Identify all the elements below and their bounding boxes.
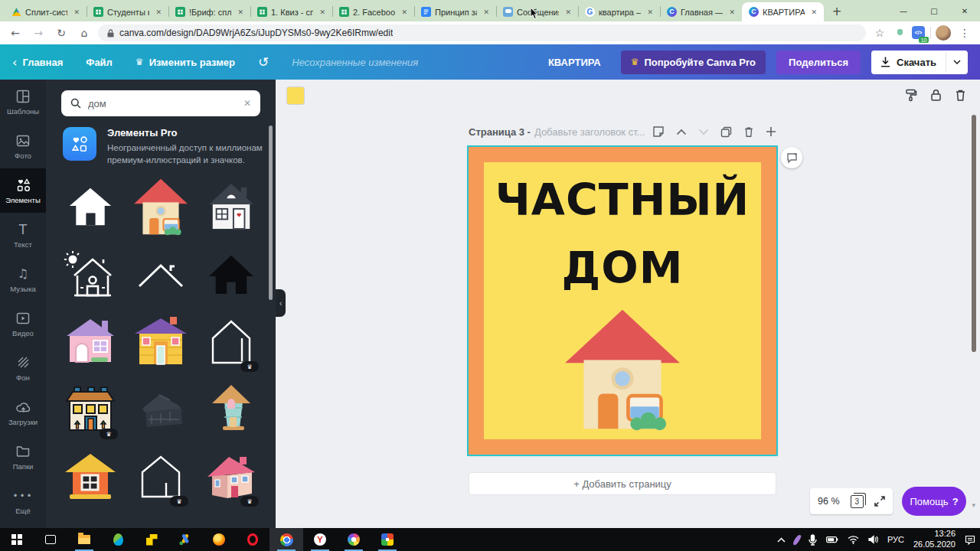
reload-icon[interactable]: ↻ (52, 24, 70, 42)
elements-pro-card[interactable]: Элементы Pro Неограниченный доступ к мил… (63, 127, 265, 166)
zoom-value[interactable]: 96 % (818, 496, 840, 507)
window-close-button[interactable]: ✕ (949, 0, 980, 21)
extension-icon-2[interactable]: </> 10 (912, 26, 926, 40)
page-title-placeholder[interactable]: Добавьте заголовок ст... (534, 126, 645, 138)
scrollbar-down-arrow[interactable]: ▾ (972, 501, 975, 509)
search-input[interactable] (88, 98, 237, 109)
sidebar-item-music[interactable]: ♫ Музыка (0, 257, 46, 302)
search-box[interactable]: ✕ (61, 90, 260, 116)
microphone-icon[interactable] (808, 534, 817, 546)
home-icon[interactable]: ⌂ (75, 24, 93, 42)
duplicate-page-icon[interactable] (720, 126, 732, 138)
element-house-outline-simple[interactable]: ♛ (129, 445, 193, 507)
extension-icon-1[interactable] (893, 26, 907, 40)
page-count-badge[interactable]: 3 (851, 495, 864, 508)
task-view-button[interactable] (34, 528, 67, 551)
volume-icon[interactable] (868, 535, 878, 544)
element-house-orange-yellow-roof[interactable] (58, 445, 122, 507)
element-house-pink-isometric[interactable]: ♛ (199, 445, 263, 507)
chrome-button[interactable] (270, 528, 303, 551)
profile-avatar[interactable] (936, 25, 951, 41)
tab-close-icon[interactable]: ✕ (481, 8, 492, 17)
forward-icon[interactable]: → (29, 24, 47, 42)
tab-close-icon[interactable]: ✕ (153, 8, 164, 17)
notification-center-icon[interactable] (965, 535, 975, 545)
trash-icon[interactable] (955, 89, 966, 102)
browser-tab-google-search[interactable]: G квартира – ✕ (578, 2, 660, 21)
sidebar-item-uploads[interactable]: Загрузки (0, 390, 46, 435)
tab-close-icon[interactable]: ✕ (645, 8, 655, 17)
add-comment-button[interactable] (781, 147, 802, 168)
add-page-icon[interactable] (766, 126, 776, 137)
add-page-button[interactable]: + Добавить страницу (469, 472, 776, 495)
element-treehouse-pastel[interactable] (199, 378, 263, 439)
share-button[interactable]: Поделиться (776, 51, 861, 74)
url-bar[interactable]: canva.com/design/DAD9WrjA6Zs/iJupDYSMs0-… (98, 24, 866, 41)
taskbar-clock[interactable]: 13:26 26.05.2020 (913, 529, 956, 550)
sidebar-item-more[interactable]: ••• Ещё (0, 479, 46, 523)
wifi-icon[interactable] (848, 536, 859, 544)
sidebar-item-background[interactable]: Фон (0, 346, 46, 390)
undo-button[interactable]: ↺ (258, 54, 269, 70)
keyboard-language[interactable]: РУС (887, 535, 904, 544)
window-maximize-button[interactable]: □ (919, 0, 949, 21)
tray-expand-chevron-icon[interactable] (777, 537, 786, 543)
yandex-browser-button[interactable]: Y (303, 528, 337, 551)
element-house-outline-white[interactable] (58, 176, 122, 237)
tab-close-icon[interactable]: ✕ (71, 8, 82, 17)
bookmark-star-icon[interactable]: ☆ (871, 24, 889, 42)
back-icon[interactable]: ← (6, 24, 24, 42)
element-house-outline-tall[interactable]: ♛ (199, 311, 263, 372)
sidebar-item-text[interactable]: T Текст (0, 213, 46, 257)
tab-close-icon[interactable]: ✕ (727, 8, 737, 17)
design-content[interactable]: ЧАСТНЫЙ ДОМ (484, 162, 761, 439)
element-house-black-silhouette[interactable] (199, 243, 263, 305)
move-page-down-icon[interactable] (698, 129, 709, 135)
sidebar-item-video[interactable]: Видео (0, 302, 46, 346)
browser-tab-sheets-1[interactable]: Студенты на ✕ (87, 2, 168, 21)
tab-close-icon[interactable]: ✕ (317, 8, 328, 17)
window-minimize-button[interactable]: — (888, 0, 919, 21)
google-ads-button[interactable] (168, 528, 202, 551)
sidebar-item-folders[interactable]: Папки (0, 435, 46, 479)
browser-tab-sheets-4[interactable]: 2. Facebook ✕ (332, 2, 414, 21)
move-page-up-icon[interactable] (676, 129, 687, 135)
sidebar-item-elements[interactable]: Элементы (0, 168, 46, 213)
try-canva-pro-button[interactable]: ♛ Попробуйте Canva Pro (621, 51, 766, 74)
help-button[interactable]: Помощь ? (902, 487, 966, 516)
browser-tab-canva-design-active[interactable]: C КВАРТИРА - ✕ (742, 2, 824, 21)
element-roof-outline[interactable] (129, 243, 193, 305)
file-menu-button[interactable]: Файл (86, 57, 113, 68)
element-house-flat-color[interactable] (129, 176, 193, 237)
browser-tab-drive[interactable]: Сплит-систе ✕ (5, 2, 87, 21)
media-app-button[interactable] (371, 528, 404, 551)
element-house-white-dark-roof[interactable] (199, 176, 263, 237)
panel-collapse-handle[interactable]: ‹ (276, 289, 286, 317)
pinwheel-app-button[interactable] (337, 528, 371, 551)
tab-close-icon[interactable]: ✕ (399, 8, 410, 17)
browser-menu-icon[interactable]: ⋮ (956, 24, 974, 42)
fill-color-swatch[interactable] (287, 87, 304, 104)
lock-icon[interactable] (930, 89, 942, 102)
opera-button[interactable] (236, 528, 270, 551)
design-house-clipart[interactable] (565, 308, 680, 432)
element-house-outline-sun[interactable] (58, 243, 122, 305)
resize-button[interactable]: ♛ Изменить размер (136, 57, 235, 68)
tab-close-icon[interactable]: ✕ (563, 8, 573, 17)
design-title-line1[interactable]: ЧАСТНЫЙ (495, 166, 750, 234)
panel-scrollbar[interactable] (269, 126, 273, 300)
sidebar-item-photos[interactable]: Фото (0, 124, 46, 168)
download-options-button[interactable] (946, 52, 968, 72)
file-explorer-button[interactable] (67, 528, 101, 551)
home-button[interactable]: ‹ Главная (12, 55, 63, 70)
element-townhouse-color[interactable]: ♛ (58, 378, 122, 439)
delete-page-icon[interactable] (743, 126, 754, 138)
browser-tab-canva-home[interactable]: C Главная — С ✕ (660, 2, 742, 21)
notes-icon[interactable] (652, 126, 665, 138)
design-title-line2[interactable]: ДОМ (562, 234, 684, 302)
sidebar-item-templates[interactable]: Шаблоны (0, 80, 46, 124)
browser-tab-docs[interactable]: Принцип за ✕ (414, 2, 496, 21)
new-tab-button[interactable]: + (827, 2, 847, 21)
fullscreen-icon[interactable] (874, 496, 885, 507)
element-house-sketch-gray[interactable] (129, 378, 193, 439)
